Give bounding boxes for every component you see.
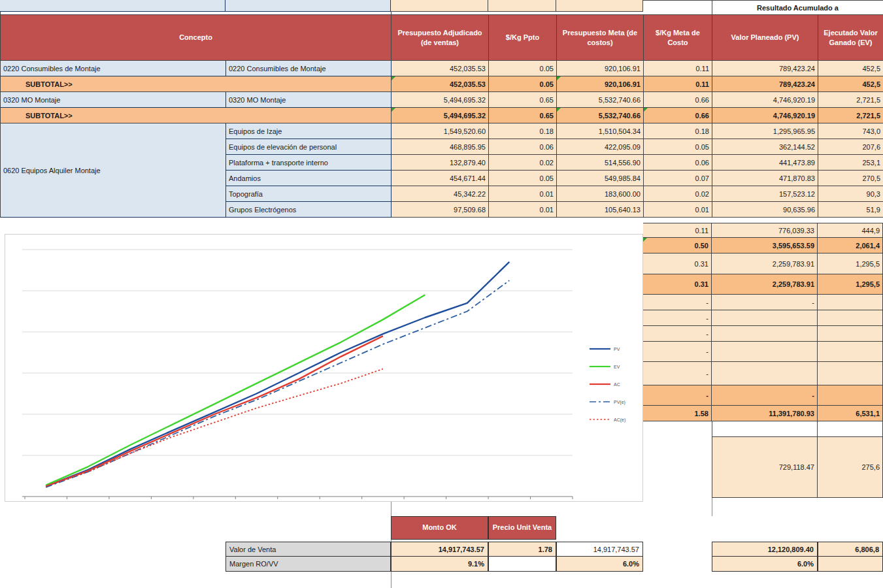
cell-value[interactable]: -: [643, 310, 712, 326]
cell-value[interactable]: 2,259,783.91: [712, 274, 818, 295]
cell-value[interactable]: 0.31: [643, 253, 712, 274]
cell-value[interactable]: [643, 421, 712, 437]
column-header-3[interactable]: $/Kg Meta de Costo: [644, 15, 712, 61]
margen-monto-cell[interactable]: 9.1%: [391, 556, 488, 572]
cell-value[interactable]: 4,746,920.19: [712, 92, 818, 108]
cell-value[interactable]: 2,721,5: [818, 108, 883, 123]
cell-value[interactable]: 729,118.47: [712, 437, 818, 498]
cell-value[interactable]: 0.05: [489, 171, 557, 186]
cell-value[interactable]: [712, 421, 818, 437]
cell-value[interactable]: 45,342.22: [392, 186, 489, 202]
cell-value[interactable]: 776,039.33: [712, 223, 818, 238]
cell-value[interactable]: 0.18: [489, 123, 557, 139]
cell-concept-partial[interactable]: [0, 0, 225, 12]
valor-de-venta-label[interactable]: Valor de Venta: [225, 542, 391, 557]
cell-value[interactable]: 5,532,740.66: [557, 92, 644, 108]
cell-value[interactable]: 1,295,5: [818, 253, 883, 274]
cell-value[interactable]: 5,494,695.32: [392, 108, 489, 123]
cell-value[interactable]: 0.50: [643, 238, 712, 253]
cell-item[interactable]: 0320 MO Montaje: [226, 92, 392, 108]
cell-item[interactable]: Grupos Electrógenos: [226, 202, 392, 218]
margen-ev-cell[interactable]: [818, 556, 883, 572]
cell-value[interactable]: 452,5: [818, 76, 883, 92]
cell-value[interactable]: 0.07: [644, 171, 712, 186]
cell-item[interactable]: Equipos de elevación de personal: [226, 139, 392, 155]
cell-value[interactable]: 422,095.09: [557, 139, 644, 155]
column-header-2[interactable]: Presupuesto Meta (de costos): [557, 15, 644, 61]
cell-concept[interactable]: 0220 Consumibles de Montaje: [1, 61, 226, 76]
cell-value[interactable]: [712, 326, 818, 342]
cell-item[interactable]: Topografía: [226, 186, 392, 202]
cell-value[interactable]: 514,556.90: [557, 155, 644, 171]
monto-ok-header[interactable]: Monto OK: [391, 516, 488, 540]
cell-value[interactable]: 452,035.53: [392, 76, 489, 92]
cell-value[interactable]: 270,5: [818, 171, 883, 186]
column-header-0[interactable]: Presupuesto Adjudicado (de ventas): [392, 15, 489, 61]
cell-value[interactable]: 0.11: [644, 61, 712, 76]
cell-value[interactable]: 2,721,5: [818, 92, 883, 108]
cell-value[interactable]: [818, 421, 883, 437]
cell-value[interactable]: -: [643, 385, 712, 406]
cell-value[interactable]: 454,671.44: [392, 171, 489, 186]
cell-value[interactable]: 5,494,695.32: [392, 92, 489, 108]
column-header-concepto[interactable]: Concepto: [1, 15, 392, 61]
cell-value[interactable]: [818, 326, 883, 342]
cell-value[interactable]: 11,391,780.93: [712, 406, 818, 421]
margen-meta-cell[interactable]: 6.0%: [556, 556, 643, 572]
cell-value[interactable]: 920,106.91: [557, 76, 644, 92]
column-header-5[interactable]: Ejecutado Valor Ganado (EV): [818, 15, 883, 61]
cell-value[interactable]: 0.65: [489, 108, 557, 123]
subtotal-label-cell[interactable]: SUBTOTAL>>: [1, 108, 392, 123]
cell-value[interactable]: 452,5: [818, 61, 883, 76]
cell-value[interactable]: 0.66: [644, 108, 712, 123]
cell-value[interactable]: [818, 342, 883, 362]
cell-item[interactable]: Equipos de Izaje: [226, 123, 392, 139]
cell-value[interactable]: [818, 385, 883, 406]
cell-value[interactable]: 0.65: [489, 92, 557, 108]
cell-value[interactable]: 132,879.40: [392, 155, 489, 171]
valor-venta-ev-cell[interactable]: 6,806,8: [818, 542, 883, 557]
cell-item-partial[interactable]: [225, 0, 391, 12]
cell-value[interactable]: 0.05: [489, 76, 557, 92]
valor-venta-meta-cell[interactable]: 14,917,743.57: [556, 542, 643, 557]
cell-value[interactable]: -: [643, 342, 712, 362]
cell-value[interactable]: 157,523.12: [712, 186, 818, 202]
evm-line-chart[interactable]: PVEVACPV(e)AC(e): [5, 234, 643, 502]
cell-value[interactable]: 444,9: [818, 223, 883, 238]
cell-value[interactable]: 362,144.52: [712, 139, 818, 155]
cell-value[interactable]: 2,061,4: [818, 238, 883, 253]
cell-value[interactable]: 1,549,520.60: [392, 123, 489, 139]
cell-value[interactable]: 0.06: [644, 155, 712, 171]
margen-precio-cell[interactable]: [488, 556, 556, 572]
cell-value[interactable]: 468,895.95: [392, 139, 489, 155]
cell-value[interactable]: 0.31: [643, 274, 712, 295]
valor-venta-precio-unit-cell[interactable]: 1.78: [488, 542, 556, 557]
cell-value[interactable]: 0.01: [489, 202, 557, 218]
cell-value[interactable]: 2,259,783.91: [712, 253, 818, 274]
cell-value[interactable]: [712, 342, 818, 362]
cell-value[interactable]: -: [712, 295, 818, 310]
cell-value[interactable]: 0.11: [644, 76, 712, 92]
cell-value[interactable]: 105,640.13: [557, 202, 644, 218]
cell-item[interactable]: 0220 Consumibles de Montaje: [226, 61, 392, 76]
cell-value[interactable]: 183,600.00: [557, 186, 644, 202]
cell-value[interactable]: 90,635.96: [712, 202, 818, 218]
cell-value[interactable]: [818, 295, 883, 310]
cell-value[interactable]: 471,870.83: [712, 171, 818, 186]
cell-value[interactable]: 0.01: [489, 186, 557, 202]
cell-value[interactable]: 0.05: [489, 61, 557, 76]
cell-value[interactable]: 275,6: [818, 437, 883, 498]
margen-rovv-label[interactable]: Margen RO/VV: [225, 556, 391, 572]
column-header-4[interactable]: Valor Planeado (PV): [712, 15, 818, 61]
cell-item[interactable]: Andamios: [226, 171, 392, 186]
cell-value-partial[interactable]: [556, 0, 643, 12]
cell-value[interactable]: 0.02: [489, 155, 557, 171]
cell-value[interactable]: 0.01: [644, 202, 712, 218]
cell-value[interactable]: 789,423.24: [712, 61, 818, 76]
valor-venta-monto-cell[interactable]: 14,917,743.57: [391, 542, 488, 557]
cell-value[interactable]: [643, 437, 712, 498]
cell-value[interactable]: 0.66: [644, 92, 712, 108]
cell-value[interactable]: 549,985.84: [557, 171, 644, 186]
column-header-1[interactable]: $/Kg Ppto: [489, 15, 557, 61]
cell-value[interactable]: 6,531,1: [818, 406, 883, 421]
